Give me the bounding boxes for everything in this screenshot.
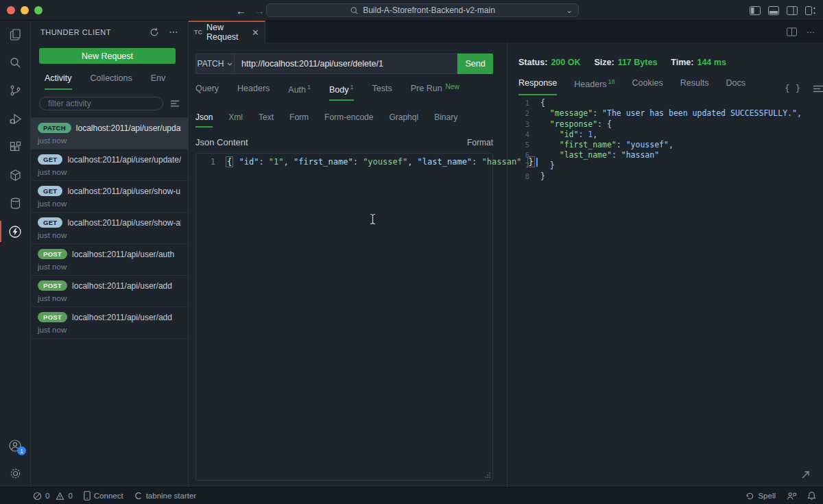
tab-form[interactable]: Form <box>289 112 309 128</box>
tab-count-badge: 18 <box>608 78 615 85</box>
tab-form-encode[interactable]: Form-encode <box>324 112 373 128</box>
accounts-badge: 1 <box>17 446 26 455</box>
method-badge: GET <box>38 154 62 165</box>
activity-item[interactable]: POSTlocalhost:2011/api/user/authjust now <box>31 244 188 276</box>
new-request-button[interactable]: New Request <box>39 48 176 64</box>
activity-item[interactable]: GETlocalhost:2011/api/user/show-u...just… <box>31 181 188 213</box>
maximize-window-button[interactable] <box>34 6 43 14</box>
tab-label: Pre Run <box>411 84 442 93</box>
tab-response[interactable]: Response <box>518 78 557 95</box>
tab-activity[interactable]: Activity <box>45 73 72 90</box>
spell-label: Spell <box>758 492 776 500</box>
code-line: 4 "id": 1, <box>518 130 813 140</box>
tab-label: Json <box>195 112 213 122</box>
format-button[interactable]: Format <box>467 138 493 147</box>
feedback-person-icon[interactable] <box>787 492 796 501</box>
tab-label: Env <box>151 73 166 83</box>
request-url: localhost:2011/api/user/update/1 <box>67 155 181 165</box>
activity-item[interactable]: POSTlocalhost:2011/api/user/addjust now <box>31 307 188 339</box>
database-extension-icon[interactable] <box>0 189 30 217</box>
tab-collections[interactable]: Collections <box>91 73 132 90</box>
tab-label: Cookies <box>632 78 663 88</box>
method-value: PATCH <box>198 59 224 69</box>
tab-tests[interactable]: Tests <box>372 84 392 101</box>
close-window-button[interactable] <box>7 6 15 14</box>
close-icon[interactable]: ✕ <box>252 27 259 38</box>
tab-headers[interactable]: Headers <box>237 84 270 101</box>
request-url: localhost:2011/api/user/add <box>72 281 172 291</box>
toggle-secondary-sidebar-icon[interactable] <box>787 6 798 15</box>
tabnine-statusbar-item[interactable]: tabnine starter <box>134 492 197 500</box>
tab-cookies[interactable]: Cookies <box>632 78 663 95</box>
json-body-editor[interactable]: 1{ "id": "1", "first_name": "youssef", "… <box>195 153 493 481</box>
expand-response-icon[interactable] <box>800 470 811 480</box>
format-braces-icon[interactable]: { } <box>785 84 801 93</box>
menu-lines-icon[interactable] <box>813 85 823 93</box>
method-select[interactable]: PATCH <box>195 53 234 74</box>
extensions-icon[interactable] <box>0 133 30 161</box>
notifications-bell-icon[interactable] <box>807 491 816 501</box>
resize-grip-icon[interactable] <box>485 472 490 478</box>
minimize-window-button[interactable] <box>21 6 29 14</box>
customize-layout-icon[interactable] <box>805 6 816 15</box>
connect-statusbar-item[interactable]: Connect <box>84 491 123 501</box>
toggle-panel-icon[interactable] <box>768 6 779 15</box>
problems-indicator[interactable]: 0 0 <box>33 492 73 501</box>
request-time: just now <box>38 326 181 334</box>
tab-label: Form <box>289 112 309 122</box>
more-actions-icon[interactable] <box>169 27 178 37</box>
tab-graphql[interactable]: Graphql <box>389 112 418 128</box>
activity-item[interactable]: POSTlocalhost:2011/api/user/addjust now <box>31 276 188 307</box>
tab-text[interactable]: Text <box>259 112 274 128</box>
tab-new-request[interactable]: TC New Request ✕ <box>189 21 265 43</box>
thunder-client-icon[interactable] <box>0 217 30 245</box>
sidebar-title: THUNDER CLIENT <box>40 28 150 36</box>
activity-item[interactable]: PATCHlocalhost:2011/api/user/updat...jus… <box>31 118 188 149</box>
chevron-down-icon <box>227 62 232 66</box>
tab-headers[interactable]: Headers18 <box>574 78 615 95</box>
spell-checker-item[interactable]: Spell <box>746 492 776 501</box>
line-number: 1 <box>196 157 215 167</box>
tab-pre-run[interactable]: Pre RunNew <box>411 84 460 101</box>
tab-json[interactable]: Json <box>195 112 213 128</box>
tab-auth[interactable]: Auth1 <box>288 84 311 101</box>
tab-results[interactable]: Results <box>680 78 709 95</box>
explorer-icon[interactable] <box>0 21 30 49</box>
command-center-search[interactable]: Build-A-Storefront-Backend-v2-main ⌄ <box>266 3 579 17</box>
search-view-icon[interactable] <box>0 49 30 77</box>
method-badge: PATCH <box>38 123 71 133</box>
request-pane: PATCH Send QueryHeadersAuth1Body1TestsPr… <box>189 43 508 487</box>
split-editor-icon[interactable] <box>787 27 797 36</box>
forward-arrow-icon: → <box>254 5 265 16</box>
tab-binary[interactable]: Binary <box>434 112 457 128</box>
method-badge: GET <box>38 186 62 196</box>
tab-env[interactable]: Env <box>151 73 166 90</box>
send-button[interactable]: Send <box>457 53 493 74</box>
source-control-icon[interactable] <box>0 77 30 105</box>
line-number: 8 <box>518 171 529 182</box>
url-input[interactable] <box>234 53 457 74</box>
response-body[interactable]: 1{2 "message": "The user has been update… <box>518 98 813 182</box>
refresh-icon[interactable] <box>150 27 159 37</box>
back-arrow-icon[interactable]: ← <box>236 5 246 16</box>
tab-label: Body <box>329 85 349 95</box>
sort-filter-icon[interactable] <box>170 99 180 108</box>
activity-item[interactable]: GETlocalhost:2011/api/user/show-al...jus… <box>31 213 188 244</box>
tab-query[interactable]: Query <box>195 84 219 101</box>
tab-xml[interactable]: Xml <box>228 112 243 128</box>
package-extension-icon[interactable] <box>0 161 30 189</box>
accounts-icon[interactable]: 1 <box>0 432 30 459</box>
toggle-sidebar-icon[interactable] <box>750 6 761 15</box>
tab-docs[interactable]: Docs <box>726 78 745 95</box>
run-debug-icon[interactable] <box>0 105 30 133</box>
request-tabs: QueryHeadersAuth1Body1TestsPre RunNew <box>195 84 493 101</box>
error-icon <box>33 492 42 501</box>
filter-activity-input[interactable] <box>39 97 163 110</box>
settings-gear-icon[interactable] <box>0 459 30 487</box>
more-actions-icon[interactable]: ⋯ <box>807 27 815 37</box>
activity-item[interactable]: GETlocalhost:2011/api/user/update/1just … <box>31 149 188 181</box>
tab-body[interactable]: Body1 <box>329 84 354 101</box>
response-pane: Status:200 OK Size:117 Bytes Time:144 ms… <box>508 43 823 487</box>
tab-label: New Request <box>206 23 248 42</box>
tabnine-label: tabnine starter <box>146 492 197 500</box>
